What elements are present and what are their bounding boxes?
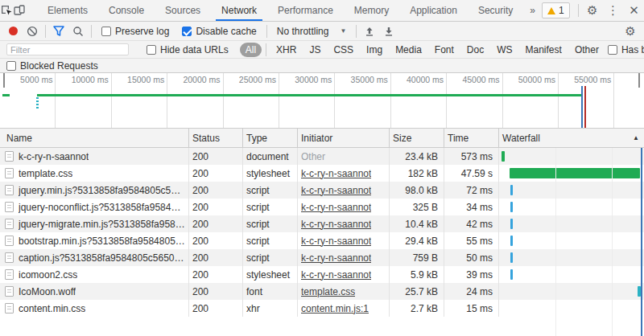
network-settings-gear-icon[interactable]: ⚙ xyxy=(620,22,641,41)
column-header-size[interactable]: Size xyxy=(390,129,444,147)
divider xyxy=(91,25,92,38)
cell-size: 10.4 kB xyxy=(390,215,444,232)
sort-ascending-icon: ▲ xyxy=(633,134,641,141)
cell-time: 39 ms xyxy=(444,266,499,283)
column-header-initiator[interactable]: Initiator xyxy=(298,129,390,147)
more-tabs-icon[interactable]: » xyxy=(523,0,542,21)
initiator-link[interactable]: k-c-ry-n-saannot xyxy=(301,252,371,264)
type-filter-js[interactable]: JS xyxy=(303,43,326,57)
cell-type: document xyxy=(243,148,298,165)
cell-initiator: k-c-ry-n-saannot xyxy=(298,165,390,182)
has-blocked-cookies-checkbox[interactable]: Has blocked cookies xyxy=(608,44,644,55)
table-row[interactable]: IcoMoon.woff 200 font template.css 25.7 … xyxy=(0,283,644,300)
cell-type: xhr xyxy=(243,300,298,317)
clear-network-log-icon[interactable] xyxy=(23,23,42,40)
more-options-icon[interactable]: ⋮ xyxy=(603,1,624,20)
cell-name: content.min.css xyxy=(0,300,189,317)
table-row[interactable]: jquery-migrate.min.js?5313858fa958480… 2… xyxy=(0,215,644,232)
disable-cache-checkbox[interactable]: Disable cache xyxy=(182,26,256,37)
table-row[interactable]: content.min.css 200 xhr content.min.js:1… xyxy=(0,300,644,317)
initiator-link[interactable]: content.min.js:1 xyxy=(301,303,369,314)
table-row[interactable]: jquery-noconflict.js?5313858fa9584805c… … xyxy=(0,199,644,215)
type-filter-font[interactable]: Font xyxy=(429,43,460,57)
divider xyxy=(266,43,266,56)
tab-sources[interactable]: Sources xyxy=(155,0,211,21)
tab-memory[interactable]: Memory xyxy=(344,0,399,21)
cell-type: script xyxy=(243,215,298,232)
overview-left-handle[interactable] xyxy=(3,73,5,88)
type-filter-img[interactable]: Img xyxy=(361,43,388,57)
initiator-link[interactable]: k-c-ry-n-saannot xyxy=(301,219,371,230)
table-row[interactable]: bootstrap.min.js?5313858fa9584805c56… 20… xyxy=(0,232,644,249)
initiator-link[interactable]: k-c-ry-n-saannot xyxy=(301,236,371,247)
close-devtools-icon[interactable]: ✕ xyxy=(624,1,644,20)
initiator-link[interactable]: k-c-ry-n-saannot xyxy=(301,202,371,213)
overview-right-handle[interactable] xyxy=(638,73,640,88)
hide-data-urls-checkbox[interactable]: Hide data URLs xyxy=(147,44,229,55)
column-header-status[interactable]: Status xyxy=(189,129,243,147)
table-row[interactable]: icomoon2.css 200 stylesheet k-c-ry-n-saa… xyxy=(0,266,644,283)
cell-name: caption.js?5313858fa9584805c565067f… xyxy=(0,249,189,266)
type-filter-media[interactable]: Media xyxy=(390,43,427,57)
file-icon xyxy=(5,303,14,313)
tab-application[interactable]: Application xyxy=(399,0,468,21)
table-row[interactable]: caption.js?5313858fa9584805c565067f… 200… xyxy=(0,249,644,266)
inspect-element-icon[interactable] xyxy=(0,1,13,20)
blocked-requests-checkbox[interactable]: Blocked Requests xyxy=(6,60,98,72)
record-network-log-icon[interactable] xyxy=(3,23,23,40)
import-har-icon[interactable] xyxy=(360,23,379,40)
warning-count: 1 xyxy=(559,5,564,16)
blocked-requests-bar: Blocked Requests xyxy=(0,59,644,73)
cell-time: 42 ms xyxy=(444,215,499,232)
type-filter-manifest[interactable]: Manifest xyxy=(520,43,568,57)
cell-status: 200 xyxy=(189,283,243,300)
settings-gear-icon[interactable]: ⚙ xyxy=(582,1,603,20)
cell-status: 200 xyxy=(189,182,243,199)
initiator-link[interactable]: k-c-ry-n-saannot xyxy=(301,269,371,281)
tab-performance[interactable]: Performance xyxy=(267,0,344,21)
initiator-link[interactable]: k-c-ry-n-saannot xyxy=(301,168,371,179)
initiator-link[interactable]: k-c-ry-n-saannot xyxy=(301,185,371,196)
cell-time: 55 ms xyxy=(444,232,499,249)
tab-security[interactable]: Security xyxy=(468,0,523,21)
table-row[interactable]: template.css 200 stylesheet k-c-ry-n-saa… xyxy=(0,165,644,182)
cell-name: k-c-ry-n-saannot xyxy=(0,148,189,165)
export-har-icon[interactable] xyxy=(379,23,398,40)
issues-warning-badge[interactable]: 1 xyxy=(542,2,570,18)
cell-type: script xyxy=(243,249,298,266)
tab-network[interactable]: Network xyxy=(211,0,267,21)
throttling-select[interactable]: No throttling ▼ xyxy=(277,26,347,37)
type-filter-all[interactable]: All xyxy=(240,43,262,57)
type-filter-ws[interactable]: WS xyxy=(491,43,518,57)
ruler-tick: 55000 ms xyxy=(559,73,614,128)
cell-initiator: k-c-ry-n-saannot xyxy=(298,215,390,232)
waterfall-header-label: Waterfall xyxy=(502,133,540,144)
column-header-waterfall[interactable]: Waterfall ▲ xyxy=(499,129,644,147)
preserve-log-checkbox[interactable]: Preserve log xyxy=(101,26,169,37)
cell-waterfall xyxy=(499,165,644,182)
column-header-time[interactable]: Time xyxy=(444,129,499,147)
initiator-link[interactable]: template.css xyxy=(301,286,355,297)
filter-funnel-icon[interactable] xyxy=(49,23,68,40)
cell-name: jquery-migrate.min.js?5313858fa958480… xyxy=(0,215,189,232)
cell-initiator: Other xyxy=(298,148,390,165)
table-row[interactable]: k-c-ry-n-saannot 200 document Other 23.4… xyxy=(0,148,644,165)
ruler-tick: 10000 ms xyxy=(56,73,111,128)
table-row[interactable]: jquery.min.js?5313858fa9584805c56506… 20… xyxy=(0,182,644,199)
network-overview-timeline[interactable]: 5000 ms 10000 ms 15000 ms 20000 ms 25000… xyxy=(0,73,644,129)
cell-waterfall xyxy=(499,199,644,215)
column-header-name[interactable]: Name xyxy=(0,129,189,147)
checkbox-unchecked-icon xyxy=(101,27,111,36)
type-filter-css[interactable]: CSS xyxy=(328,43,359,57)
type-filter-doc[interactable]: Doc xyxy=(461,43,489,57)
device-toolbar-icon[interactable] xyxy=(13,1,26,20)
tab-console[interactable]: Console xyxy=(98,0,155,21)
column-header-type[interactable]: Type xyxy=(243,129,298,147)
type-filter-xhr[interactable]: XHR xyxy=(270,43,302,57)
search-icon[interactable] xyxy=(68,23,88,40)
type-filter-other[interactable]: Other xyxy=(569,43,605,57)
overview-bar-green xyxy=(37,94,582,96)
filter-input[interactable] xyxy=(6,43,129,55)
cell-status: 200 xyxy=(189,300,243,317)
tab-elements[interactable]: Elements xyxy=(37,0,98,21)
